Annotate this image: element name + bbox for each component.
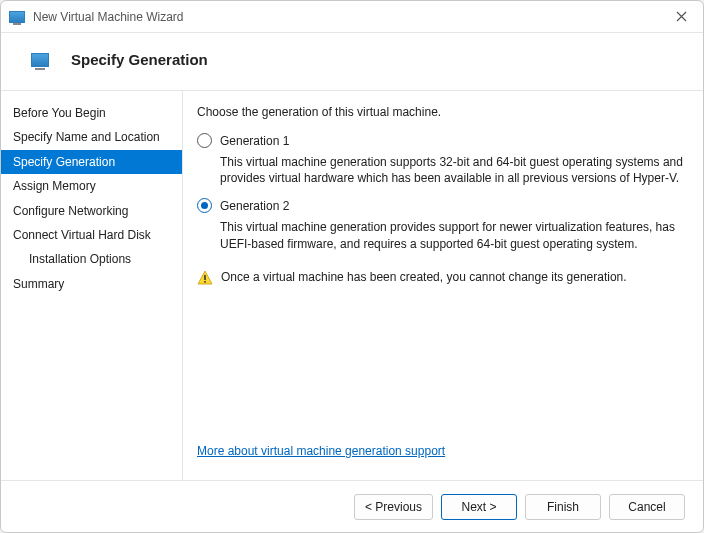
cancel-button[interactable]: Cancel [609,494,685,520]
sidebar-item-connect-virtual-hard-disk[interactable]: Connect Virtual Hard Disk [1,223,182,247]
radio-description: This virtual machine generation provides… [220,219,685,251]
page-title: Specify Generation [71,51,208,68]
wizard-window: New Virtual Machine Wizard Specify Gener… [0,0,704,533]
warning-icon [197,270,213,286]
content: Choose the generation of this virtual ma… [183,91,703,480]
sidebar: Before You Begin Specify Name and Locati… [1,91,183,480]
svg-rect-0 [204,275,206,280]
radio-description: This virtual machine generation supports… [220,154,685,186]
window-title: New Virtual Machine Wizard [33,10,184,24]
next-button[interactable]: Next > [441,494,517,520]
close-icon [676,11,687,22]
header: Specify Generation [1,33,703,91]
footer: < Previous Next > Finish Cancel [1,480,703,532]
titlebar: New Virtual Machine Wizard [1,1,703,33]
monitor-icon [31,53,49,67]
sidebar-item-before-you-begin[interactable]: Before You Begin [1,101,182,125]
radio-unchecked-icon [197,133,212,148]
sidebar-item-installation-options[interactable]: Installation Options [1,247,182,271]
warning-text: Once a virtual machine has been created,… [221,270,627,284]
radio-label: Generation 1 [220,134,289,148]
sidebar-item-assign-memory[interactable]: Assign Memory [1,174,182,198]
radio-generation-1[interactable]: Generation 1 [197,133,685,148]
radio-checked-icon [197,198,212,213]
sidebar-item-configure-networking[interactable]: Configure Networking [1,199,182,223]
previous-button[interactable]: < Previous [354,494,433,520]
close-button[interactable] [667,3,695,31]
body: Before You Begin Specify Name and Locati… [1,91,703,480]
sidebar-item-summary[interactable]: Summary [1,272,182,296]
radio-label: Generation 2 [220,199,289,213]
more-info-link[interactable]: More about virtual machine generation su… [197,444,685,458]
sidebar-item-specify-name-location[interactable]: Specify Name and Location [1,125,182,149]
warning-row: Once a virtual machine has been created,… [197,270,685,286]
finish-button[interactable]: Finish [525,494,601,520]
monitor-icon [9,11,25,23]
instruction-text: Choose the generation of this virtual ma… [197,105,685,119]
sidebar-item-specify-generation[interactable]: Specify Generation [1,150,182,174]
svg-rect-1 [204,281,206,283]
radio-generation-2[interactable]: Generation 2 [197,198,685,213]
